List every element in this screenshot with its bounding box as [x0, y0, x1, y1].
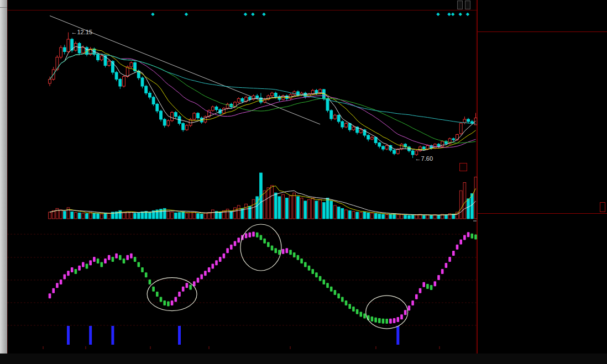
- sector-row: [478, 201, 607, 214]
- volume-indicator-selector[interactable]: [459, 163, 467, 171]
- event-diamond-icon: ◆: [451, 12, 455, 17]
- event-diamond-icon: ◆: [244, 12, 248, 17]
- event-diamond-icon: ◆: [185, 12, 189, 17]
- indicator-button[interactable]: [457, 1, 463, 9]
- sidebar: [0, 0, 7, 364]
- chart-toolbar: [457, 1, 475, 9]
- collapse-icon[interactable]: [0, 0, 7, 8]
- industry-compare-button[interactable]: [600, 202, 605, 212]
- bottom-tabbar: [0, 354, 607, 364]
- chart-canvas[interactable]: ◆◆◆◆◆◆◆◆◆◆: [7, 0, 477, 354]
- event-diamond-icon: ◆: [263, 12, 266, 17]
- volume-header: [7, 163, 477, 171]
- event-diamond-icon: ◆: [466, 12, 470, 17]
- event-diamond-icon: ◆: [151, 12, 155, 17]
- event-diamond-icon: ◆: [459, 12, 463, 17]
- high-annotation: ←12.15: [71, 29, 93, 35]
- info-button[interactable]: [465, 1, 470, 9]
- low-annotation: ←7.60: [415, 155, 433, 162]
- event-diamond-icon: ◆: [437, 12, 441, 17]
- event-diamond-icon: ◆: [252, 12, 255, 17]
- zone-button[interactable]: [473, 220, 477, 221]
- app-window: ◆◆◆◆◆◆◆◆◆◆: [0, 0, 607, 364]
- chart-area[interactable]: ◆◆◆◆◆◆◆◆◆◆: [7, 0, 478, 354]
- right-panel: [477, 0, 607, 354]
- chart-header: [7, 0, 477, 10]
- site-logo: [478, 0, 607, 32]
